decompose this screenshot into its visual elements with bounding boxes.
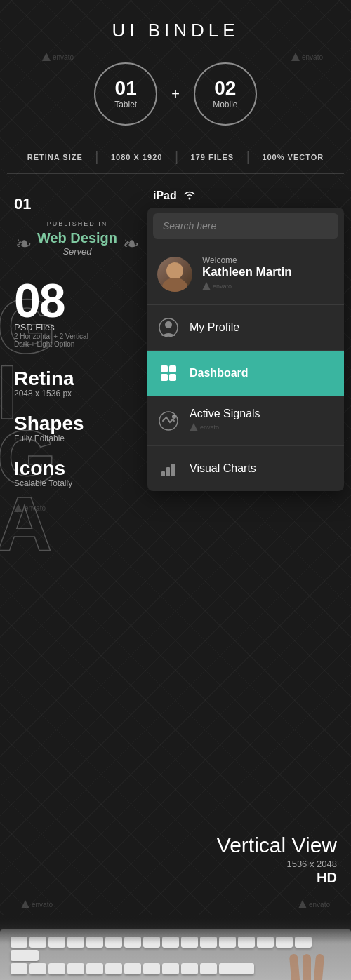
profile-label: My Profile [190, 321, 239, 334]
icons-title: Icons [14, 459, 140, 478]
user-name: Kathleen Martin [202, 265, 334, 279]
hd-label: HD [14, 870, 337, 886]
shapes-subtitle: Fully Editable [14, 434, 140, 443]
envato-wm-bottom-left: envato [21, 900, 53, 908]
retina-title: Retina [14, 369, 140, 389]
published-in-section: PUBLISHED IN ❧ Web Design Served ❧ [14, 213, 140, 264]
envato-watermark: envato [42, 53, 74, 61]
svg-point-1 [166, 262, 183, 279]
profile-icon [157, 316, 180, 339]
published-label: PUBLISHED IN [14, 220, 140, 227]
shapes-feature: Shapes Fully Editable [14, 414, 140, 443]
svg-point-0 [188, 197, 190, 199]
laurel-row: ❧ Web Design Served ❧ [14, 230, 140, 257]
avatar [157, 257, 192, 292]
welcome-label: Welcome [202, 255, 334, 265]
web-design-title: Web Design [37, 230, 117, 246]
served-label: Served [37, 246, 117, 257]
search-placeholder: Search here [163, 220, 216, 231]
bundle-mobile-circle: 02 Mobile [194, 62, 257, 126]
search-bar[interactable]: Search here [153, 213, 338, 239]
retina-dims: 2048 x 1536 px [14, 389, 140, 398]
tablet-label: Tablet [114, 100, 137, 109]
ipad-label: iPad [153, 189, 177, 202]
welcome-text: Welcome Kathleen Martin envato [202, 255, 334, 293]
psd-number: 08 [14, 274, 65, 327]
page-title: UI BINDLE [112, 20, 239, 41]
stats-row: RETINA SIZE | 1080 x 1920 | 179 FILES | … [7, 140, 344, 174]
bundle-row: envato 01 Tablet + 02 Mobile envato [0, 53, 351, 140]
stat-retina: RETINA SIZE [27, 153, 83, 161]
shapes-title: Shapes [14, 414, 140, 434]
psd-files-feature: 08 PSD Files 2 Horizontal + 2 Vertical D… [14, 279, 140, 348]
ipad-menu: Search here Welcome Kathleen Martin [147, 208, 344, 491]
device-photo: .kk { width:24px;height:16px;background:… [0, 915, 351, 980]
svg-rect-12 [166, 467, 170, 476]
welcome-section: Welcome Kathleen Martin envato [147, 244, 344, 305]
laurel-left-icon: ❧ [15, 232, 32, 255]
laurel-right-icon: ❧ [123, 232, 139, 255]
envato-wm-bottom-right: envato [298, 900, 330, 908]
svg-point-4 [165, 321, 172, 328]
svg-rect-8 [169, 374, 176, 381]
stat-resolution: 1080 x 1920 [111, 153, 162, 161]
mobile-number: 02 [214, 79, 236, 98]
page-header: UI BINDLE [0, 0, 351, 53]
dashboard-icon [157, 362, 180, 384]
menu-item-charts[interactable]: Visual Charts [147, 446, 344, 491]
left-panel: 01 PUBLISHED IN ❧ Web Design Served ❧ GI… [0, 181, 140, 812]
svg-rect-7 [161, 374, 168, 381]
svg-rect-13 [171, 464, 175, 476]
envato-wm-welcome: envato [202, 282, 232, 290]
icons-subtitle: Scalable Totally [14, 478, 140, 488]
menu-item-dashboard[interactable]: Dashboard [147, 351, 344, 396]
charts-label: Visual Charts [190, 462, 256, 475]
psd-label: PSD Files [14, 322, 140, 333]
main-content: 01 PUBLISHED IN ❧ Web Design Served ❧ GI… [0, 181, 351, 812]
stat-vector: 100% VECTOR [262, 153, 324, 161]
plus-sign: + [171, 86, 180, 102]
bottom-section: Vertical View 1536 x 2048 HD [0, 812, 351, 900]
dashboard-label: Dashboard [190, 367, 249, 380]
svg-rect-5 [161, 365, 168, 372]
stat-files: 179 FILES [191, 153, 234, 161]
psd-details1: 2 Horizontal + 2 Vertical [14, 333, 140, 340]
envato-wm-3: envato [14, 504, 46, 512]
svg-rect-6 [169, 365, 176, 372]
mobile-label: Mobile [213, 100, 237, 109]
wifi-icon [183, 190, 197, 202]
charts-icon [157, 457, 180, 480]
vertical-view-dims: 1536 x 2048 [286, 859, 337, 869]
retina-feature: Retina 2048 x 1536 px [14, 369, 140, 398]
signals-icon [157, 410, 180, 432]
menu-item-signals[interactable]: Active Signals envato [147, 396, 344, 446]
psd-details2: Dark + Light Option [14, 340, 140, 348]
svg-rect-11 [161, 471, 165, 476]
envato-wm-signals: envato [190, 423, 219, 431]
right-panel: iPad Search here [140, 181, 351, 812]
section-number: 01 [14, 195, 31, 213]
ipad-header: iPad [147, 181, 344, 208]
bundle-tablet-circle: 01 Tablet [94, 62, 157, 126]
tablet-number: 01 [115, 79, 137, 98]
signals-label: Active Signals [190, 408, 260, 419]
vertical-view-title: Vertical View [14, 833, 337, 857]
svg-point-2 [162, 278, 187, 292]
icons-feature: Icons Scalable Totally [14, 459, 140, 488]
envato-watermark-2: envato [291, 53, 323, 61]
menu-item-profile[interactable]: My Profile [147, 305, 344, 351]
